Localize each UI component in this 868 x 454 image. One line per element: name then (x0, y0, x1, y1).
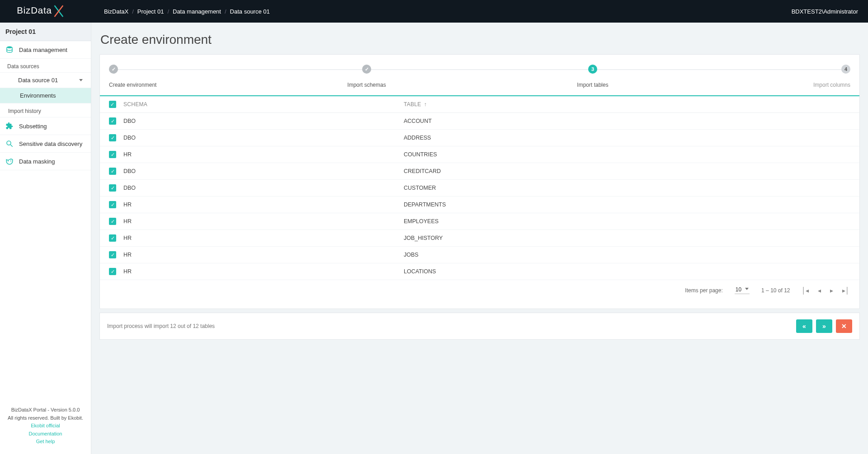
footer-link-help[interactable]: Get help (4, 438, 87, 446)
table-row[interactable]: ✓DBOADDRESS (100, 130, 859, 146)
items-per-page-label: Items per page: (685, 287, 722, 294)
cell-table: LOCATIONS (404, 268, 436, 275)
row-checkbox[interactable]: ✓ (109, 184, 116, 192)
svg-point-4 (8, 160, 9, 161)
sidebar-item-import-history[interactable]: Import history (0, 103, 91, 117)
sidebar-item-data-source[interactable]: Data source 01 (0, 73, 91, 88)
svg-point-1 (7, 47, 12, 49)
sidebar-item-label: Sensitive data discovery (19, 140, 82, 147)
cell-table: JOBS (404, 252, 419, 258)
step-label: Import schemas (347, 82, 386, 88)
footer-link-ekobit[interactable]: Ekobit official (4, 422, 87, 430)
select-all-checkbox[interactable]: ✓ (109, 101, 116, 108)
footer-link-docs[interactable]: Documentation (4, 430, 87, 438)
footer-version: BizDataX Portal - Version 5.0.0 (4, 406, 87, 414)
mask-icon (5, 157, 14, 165)
first-page-button[interactable]: │◂ (802, 287, 809, 294)
sidebar-item-data-management[interactable]: Data management (0, 41, 91, 59)
row-checkbox[interactable]: ✓ (109, 134, 116, 141)
row-checkbox[interactable]: ✓ (109, 201, 116, 208)
cell-schema: HR (123, 252, 404, 258)
column-header-table[interactable]: TABLE ↑ (404, 101, 427, 108)
sidebar-item-label: Data masking (19, 158, 55, 165)
search-icon (5, 140, 14, 148)
chevrons-right-icon: » (822, 323, 826, 330)
breadcrumb-sep: / (132, 8, 134, 15)
app-logo[interactable]: BizData (0, 0, 91, 23)
table-row[interactable]: ✓HRJOBS (100, 247, 859, 263)
puzzle-icon (5, 122, 14, 130)
svg-line-3 (10, 145, 13, 147)
column-header-schema[interactable]: SCHEMA (123, 101, 404, 108)
sidebar-item-data-masking[interactable]: Data masking (0, 153, 91, 170)
row-checkbox[interactable]: ✓ (109, 251, 116, 258)
cell-schema: DBO (123, 135, 404, 141)
chevron-down-icon (745, 288, 749, 290)
next-page-button[interactable]: ▸ (830, 287, 833, 294)
cell-table: DEPARTMENTS (404, 201, 446, 208)
page-range: 1 – 10 of 12 (761, 287, 790, 294)
table-row[interactable]: ✓HRJOB_HISTORY (100, 230, 859, 247)
cell-schema: HR (123, 218, 404, 225)
stepper: ✓ Create environment ✓ Import schemas 3 … (109, 59, 850, 95)
step-import-tables[interactable]: 3 Import tables (561, 59, 624, 88)
cell-schema: HR (123, 235, 404, 241)
items-per-page-select[interactable]: 10 (735, 286, 750, 294)
user-label[interactable]: BDXTEST2\Administrator (792, 8, 868, 15)
import-summary-text: Import process will import 12 out of 12 … (107, 323, 215, 329)
step-import-columns[interactable]: 4 Import columns (787, 59, 850, 88)
step-create-environment[interactable]: ✓ Create environment (109, 59, 172, 88)
cell-schema: DBO (123, 118, 404, 124)
cell-table: ACCOUNT (404, 118, 432, 124)
main-content: Create environment ✓ Create environment … (91, 23, 868, 454)
check-icon: ✓ (362, 65, 371, 74)
row-checkbox[interactable]: ✓ (109, 117, 116, 125)
table-row[interactable]: ✓DBOCUSTOMER (100, 180, 859, 197)
step-import-schemas[interactable]: ✓ Import schemas (335, 59, 398, 88)
breadcrumb-item[interactable]: BizDataX (104, 8, 128, 15)
sidebar-item-environments[interactable]: Environments (0, 88, 91, 103)
wizard-footer: Import process will import 12 out of 12 … (99, 313, 860, 340)
row-checkbox[interactable]: ✓ (109, 218, 116, 225)
wizard-card: ✓ Create environment ✓ Import schemas 3 … (99, 54, 860, 309)
table-row[interactable]: ✓HRLOCATIONS (100, 263, 859, 280)
breadcrumb-item[interactable]: Data source 01 (230, 8, 270, 15)
table-row[interactable]: ✓HREMPLOYEES (100, 213, 859, 230)
table-header: ✓ SCHEMA TABLE ↑ (100, 96, 859, 113)
last-page-button[interactable]: ▸│ (842, 287, 849, 294)
step-label: Import tables (577, 82, 608, 88)
select-value: 10 (736, 286, 741, 293)
page-title: Create environment (100, 33, 860, 47)
sort-asc-icon: ↑ (424, 101, 427, 108)
footer-rights: All rights reserved. Built by Ekobit. (4, 414, 87, 422)
sidebar-item-sensitive-discovery[interactable]: Sensitive data discovery (0, 135, 91, 153)
breadcrumb-item[interactable]: Project 01 (137, 8, 164, 15)
prev-page-button[interactable]: ◂ (818, 287, 821, 294)
cell-schema: HR (123, 268, 404, 275)
breadcrumb-sep: / (167, 8, 169, 15)
row-checkbox[interactable]: ✓ (109, 268, 116, 275)
step-label: Import columns (813, 82, 850, 88)
cell-table: COUNTRIES (404, 151, 437, 158)
cell-schema: DBO (123, 185, 404, 191)
wizard-prev-button[interactable]: « (796, 319, 812, 333)
close-icon: ✕ (841, 323, 847, 330)
table-row[interactable]: ✓DBOCREDITCARD (100, 163, 859, 180)
sidebar-item-label: Subsetting (19, 123, 47, 130)
table-row[interactable]: ✓HRDEPARTMENTS (100, 197, 859, 213)
table-row[interactable]: ✓DBOACCOUNT (100, 113, 859, 130)
wizard-next-button[interactable]: » (816, 319, 832, 333)
svg-point-5 (10, 160, 11, 161)
sidebar-item-subsetting[interactable]: Subsetting (0, 117, 91, 135)
sidebar-section-data-sources: Data sources (0, 59, 91, 73)
breadcrumb-item[interactable]: Data management (173, 8, 221, 15)
step-label: Create environment (109, 82, 156, 88)
table-row[interactable]: ✓HRCOUNTRIES (100, 146, 859, 163)
wizard-cancel-button[interactable]: ✕ (836, 319, 852, 333)
cell-schema: HR (123, 151, 404, 158)
cell-table: ADDRESS (404, 135, 431, 141)
sidebar-item-label: Data source 01 (18, 77, 58, 84)
row-checkbox[interactable]: ✓ (109, 168, 116, 175)
row-checkbox[interactable]: ✓ (109, 234, 116, 242)
row-checkbox[interactable]: ✓ (109, 151, 116, 158)
